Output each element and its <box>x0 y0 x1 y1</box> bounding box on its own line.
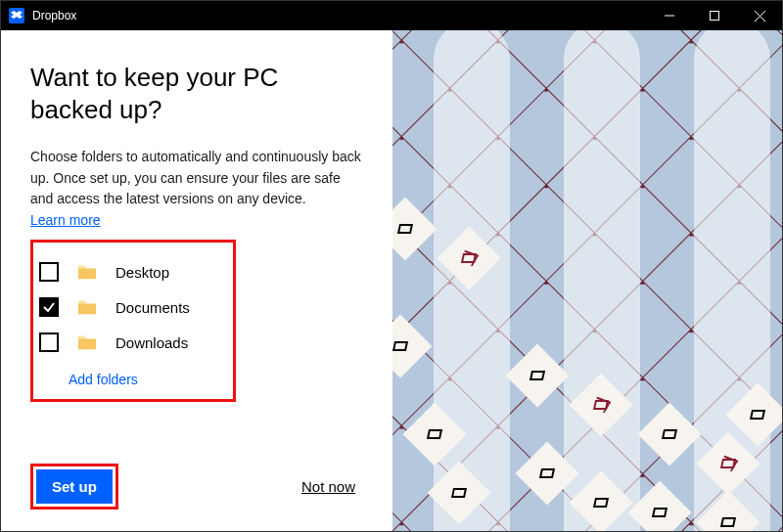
left-panel: Want to keep your PC backed up? Choose f… <box>1 30 392 531</box>
folder-row-downloads[interactable]: Downloads <box>37 325 223 360</box>
folder-label: Downloads <box>115 334 188 351</box>
illustration-panel <box>392 30 782 531</box>
close-button[interactable] <box>737 1 782 30</box>
checkbox-documents[interactable] <box>39 297 59 317</box>
learn-more-link[interactable]: Learn more <box>30 212 363 228</box>
folder-icon <box>76 298 98 316</box>
checkbox-desktop[interactable] <box>39 262 59 282</box>
folder-label: Documents <box>115 299 190 316</box>
setup-highlight: Set up <box>30 464 118 510</box>
tube-decoration-icon <box>564 30 640 531</box>
description-text: Choose folders to automatically and cont… <box>30 147 363 210</box>
not-now-link[interactable]: Not now <box>301 478 355 495</box>
setup-button[interactable]: Set up <box>36 469 113 504</box>
app-title: Dropbox <box>32 9 76 22</box>
folders-selection: Desktop Documents Downloads Add folders <box>30 240 236 402</box>
add-folders-link[interactable]: Add folders <box>37 360 223 391</box>
folder-icon <box>76 263 98 281</box>
action-bar: Set up Not now <box>30 444 363 510</box>
titlebar: Dropbox <box>1 1 782 30</box>
app-window: Dropbox Want to keep your PC backed up? … <box>0 0 783 532</box>
dropbox-logo-icon <box>9 8 24 23</box>
window-controls <box>647 1 782 30</box>
folder-label: Desktop <box>115 264 169 281</box>
folder-row-documents[interactable]: Documents <box>37 289 223 325</box>
folder-row-desktop[interactable]: Desktop <box>37 254 223 289</box>
checkbox-downloads[interactable] <box>39 332 59 352</box>
content: Want to keep your PC backed up? Choose f… <box>1 30 782 531</box>
maximize-button[interactable] <box>692 1 737 30</box>
minimize-button[interactable] <box>647 1 692 30</box>
page-heading: Want to keep your PC backed up? <box>30 62 363 125</box>
folder-icon <box>76 333 98 351</box>
svg-rect-1 <box>711 12 719 21</box>
